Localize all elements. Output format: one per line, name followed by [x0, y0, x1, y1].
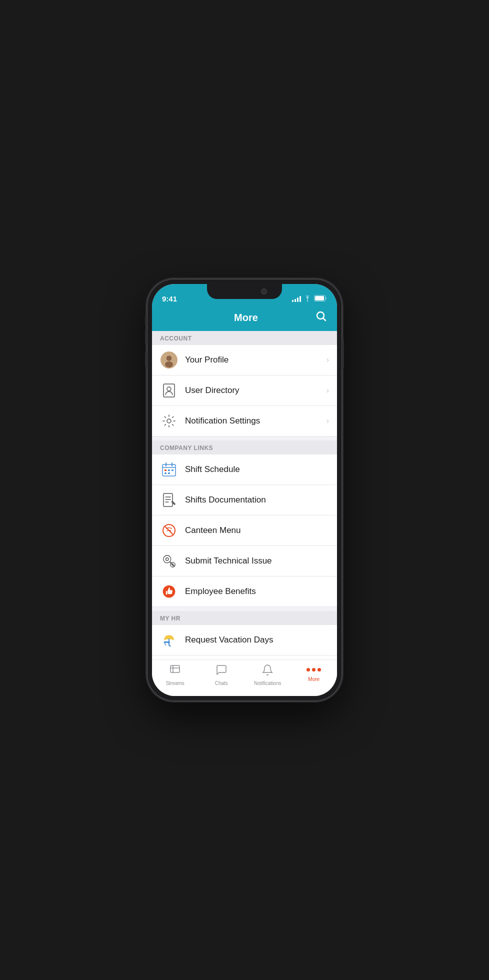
- wifi-icon: [304, 296, 312, 303]
- chevron-right-icon: ›: [326, 386, 329, 395]
- tab-bar: Streams Chats Notifications: [152, 660, 337, 696]
- notifications-icon: [262, 664, 274, 679]
- user-directory-label: User Directory: [185, 386, 326, 396]
- menu-item-notification-settings[interactable]: Notification Settings ›: [152, 406, 337, 436]
- avatar-icon: [160, 351, 178, 369]
- menu-item-canteen-menu[interactable]: Canteen Menu: [152, 516, 337, 546]
- tab-streams[interactable]: Streams: [152, 664, 198, 686]
- calendar-icon: [160, 460, 178, 478]
- tab-notifications-label: Notifications: [254, 680, 281, 686]
- employee-benefits-label: Employee Benefits: [185, 586, 329, 596]
- chevron-right-icon: ›: [326, 356, 329, 364]
- svg-rect-17: [168, 470, 170, 471]
- svg-point-7: [165, 362, 173, 368]
- status-time: 9:41: [162, 294, 177, 303]
- menu-item-user-directory[interactable]: User Directory ›: [152, 376, 337, 406]
- directory-icon: [160, 382, 178, 400]
- menu-item-shift-schedule[interactable]: Shift Schedule: [152, 454, 337, 485]
- svg-rect-37: [164, 642, 170, 643]
- menu-item-employee-benefits[interactable]: Employee Benefits: [152, 576, 337, 607]
- submit-technical-issue-label: Submit Technical Issue: [185, 556, 329, 566]
- tech-icon: [160, 552, 178, 570]
- svg-point-11: [167, 419, 171, 423]
- svg-rect-19: [164, 472, 166, 474]
- page-title: More: [177, 312, 315, 324]
- shift-schedule-label: Shift Schedule: [185, 464, 329, 474]
- shifts-documentation-label: Shifts Documentation: [185, 495, 329, 505]
- menu-item-submit-technical-issue[interactable]: Submit Technical Issue: [152, 546, 337, 576]
- your-profile-label: Your Profile: [185, 355, 326, 365]
- svg-rect-2: [315, 296, 324, 300]
- status-icons: [292, 295, 327, 303]
- svg-rect-18: [172, 470, 174, 471]
- doc-icon: [160, 491, 178, 509]
- thumbsup-icon: [160, 582, 178, 600]
- canteen-icon: [160, 522, 178, 540]
- tab-more[interactable]: More: [291, 664, 338, 686]
- svg-line-4: [324, 318, 326, 321]
- battery-icon: [314, 295, 327, 303]
- svg-rect-16: [164, 470, 166, 471]
- notification-settings-label: Notification Settings: [185, 416, 326, 426]
- section-header-account: ACCOUNT: [152, 331, 337, 345]
- vacation-icon: [160, 631, 178, 649]
- menu-item-request-vacation[interactable]: Request Vacation Days: [152, 625, 337, 656]
- svg-rect-21: [164, 494, 172, 506]
- menu-item-your-profile[interactable]: Your Profile ›: [152, 345, 337, 376]
- tab-chats-label: Chats: [215, 680, 228, 686]
- section-header-company-links: COMPANY LINKS: [152, 440, 337, 454]
- tab-chats[interactable]: Chats: [198, 664, 245, 686]
- section-divider: [152, 436, 337, 440]
- tab-streams-label: Streams: [166, 680, 184, 686]
- svg-point-9: [167, 387, 171, 391]
- tab-notifications[interactable]: Notifications: [244, 664, 291, 686]
- svg-point-6: [166, 356, 172, 361]
- svg-rect-8: [164, 384, 174, 397]
- streams-icon: [169, 664, 181, 679]
- section-divider-2: [152, 607, 337, 611]
- search-button[interactable]: [315, 310, 327, 325]
- chats-icon: [216, 664, 228, 679]
- svg-rect-20: [168, 472, 170, 474]
- page-header: More: [152, 306, 337, 331]
- canteen-menu-label: Canteen Menu: [185, 526, 329, 536]
- menu-item-submit-expenses[interactable]: $ Submit Expenses: [152, 656, 337, 660]
- content-area: ACCOUNT Your Profile ›: [152, 331, 337, 660]
- svg-point-28: [166, 558, 168, 560]
- request-vacation-label: Request Vacation Days: [185, 635, 329, 645]
- menu-item-shifts-documentation[interactable]: Shifts Documentation: [152, 485, 337, 516]
- more-dots-icon: [306, 664, 321, 675]
- tab-more-label: More: [308, 676, 320, 682]
- section-header-my-hr: MY HR: [152, 611, 337, 625]
- svg-point-0: [307, 300, 308, 302]
- gear-icon: [160, 412, 178, 430]
- chevron-right-icon: ›: [326, 416, 329, 426]
- signal-bars-icon: [292, 296, 301, 302]
- svg-rect-44: [170, 666, 180, 672]
